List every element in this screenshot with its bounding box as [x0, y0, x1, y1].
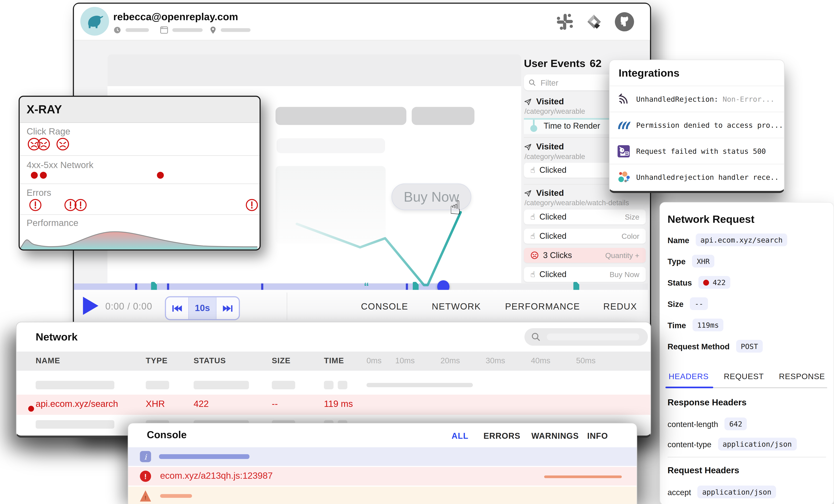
integrations-panel: Integrations UnhandledRejection: Non-Err…	[609, 60, 784, 193]
error-icon[interactable]	[29, 198, 42, 212]
tab-headers[interactable]: HEADERS	[668, 372, 708, 386]
user-events-header: User Events 62	[524, 58, 601, 70]
tab-response[interactable]: RESPONSE	[779, 372, 825, 386]
col-time[interactable]: TIME	[324, 356, 344, 365]
user-events-title: User Events	[524, 58, 585, 70]
event-visited-1[interactable]: Visited	[524, 97, 564, 106]
skip-interval-label[interactable]: 10s	[188, 297, 216, 319]
field-status: Status 422	[667, 272, 828, 293]
table-row-error[interactable]: api.ecom.xyz/search XHR 422 -- 119 ms	[16, 395, 651, 415]
integration-row-rollbar[interactable]: Permission denied to access pro...	[610, 112, 784, 138]
header-value: application/json	[697, 485, 776, 498]
session-meta-location	[210, 26, 250, 34]
header-key: content-type	[667, 439, 711, 448]
slack-icon[interactable]	[555, 12, 575, 31]
meta-placeholder-bar	[126, 28, 149, 32]
event-url: /category/wearable	[524, 108, 585, 115]
xray-divider	[20, 155, 260, 156]
col-size[interactable]: SIZE	[272, 356, 291, 365]
network-search-field[interactable]	[524, 328, 648, 346]
search-icon	[529, 79, 536, 86]
event-label: Clicked	[539, 212, 566, 222]
field-value: XHR	[692, 255, 715, 268]
angry-face-icon[interactable]	[56, 137, 70, 151]
error-icon[interactable]	[245, 198, 259, 212]
event-visited-2[interactable]: Visited	[524, 142, 564, 152]
timeline-page-marker[interactable]	[151, 282, 157, 291]
field-value: api.ecom.xyz/search	[696, 234, 787, 246]
event-target: Buy Now	[610, 270, 639, 279]
tab-network[interactable]: NETWORK	[432, 302, 481, 312]
request-detail-tabs: HEADERS REQUEST RESPONSE	[660, 372, 833, 386]
console-tab-all[interactable]: ALL	[452, 431, 468, 441]
integration-message: UnhandledRejection: Non-Error...	[636, 95, 774, 103]
visited-icon	[524, 189, 532, 197]
xray-network-label: 4xx-5xx Network	[27, 160, 93, 171]
event-rage-clicks-card[interactable]: 3 Clicks Quantity +	[524, 248, 646, 263]
event-target: Quantity +	[605, 251, 639, 260]
event-clicked-buynow-card[interactable]: ☝ Clicked Buy Now	[524, 267, 646, 282]
timeline-event-tick[interactable]	[135, 284, 137, 290]
field-value: POST	[736, 340, 763, 353]
integration-row-elastic[interactable]: Unhandledrejection handler rece..	[610, 164, 784, 190]
network-error-dot[interactable]	[40, 172, 47, 179]
waterfall-tick: 20ms	[440, 356, 460, 365]
timeline-event-tick[interactable]	[261, 284, 263, 290]
skeleton-bar	[412, 107, 475, 125]
network-request-panel: Network Request Name api.ecom.xyz/search…	[659, 202, 834, 504]
click-hand-icon: ☝	[530, 166, 535, 174]
error-icon[interactable]	[74, 198, 87, 212]
table-row-placeholder[interactable]	[16, 376, 651, 395]
skip-forward-button[interactable]	[217, 297, 239, 319]
meta-placeholder-bar	[172, 28, 203, 32]
integration-row-sentry[interactable]: UnhandledRejection: Non-Error...	[610, 86, 784, 112]
tab-console[interactable]: CONSOLE	[361, 302, 408, 312]
github-icon[interactable]	[614, 11, 635, 32]
angry-face-icon	[530, 251, 539, 260]
console-tab-errors[interactable]: ERRORS	[483, 431, 520, 441]
integration-message: Request failed with status 500	[636, 147, 766, 155]
event-visited-3[interactable]: Visited	[524, 188, 564, 198]
placeholder-cell	[36, 381, 114, 389]
skip-back-button[interactable]	[166, 297, 188, 319]
angry-face-icon[interactable]	[37, 137, 50, 151]
waterfall-tick: 10ms	[395, 356, 415, 365]
jira-icon[interactable]	[584, 12, 604, 32]
header-value: application/json	[718, 438, 796, 451]
error-icon: !	[140, 470, 151, 482]
console-panel: Console ALL ERRORS WARNINGS INFO i ! eco…	[128, 423, 637, 504]
header-key: accept	[667, 487, 691, 497]
timeline-event-tick[interactable]	[167, 284, 169, 290]
console-row-info[interactable]: i	[128, 447, 637, 466]
click-hand-icon: ☝	[530, 270, 535, 279]
console-row-warning[interactable]: !	[128, 487, 637, 504]
col-status[interactable]: STATUS	[194, 356, 226, 365]
location-pin-icon	[210, 26, 217, 34]
tab-performance[interactable]: PERFORMANCE	[505, 302, 580, 312]
timeline-page-marker[interactable]	[573, 282, 579, 291]
rhino-icon	[86, 13, 104, 29]
field-label: Type	[667, 257, 686, 266]
console-row-error[interactable]: ! ecom.xyz/a213qh.js:123987	[128, 467, 637, 486]
controls-divider	[287, 292, 287, 320]
console-tab-warnings[interactable]: WARNINGS	[531, 431, 579, 441]
tab-redux[interactable]: REDUX	[603, 302, 637, 312]
col-type[interactable]: TYPE	[146, 356, 168, 365]
field-name: Name api.ecom.xyz/search	[667, 229, 828, 250]
integration-message: Permission denied to access pro...	[636, 121, 783, 129]
console-tab-info[interactable]: INFO	[587, 431, 608, 441]
col-name[interactable]: NAME	[36, 356, 60, 365]
waterfall-tick: 0ms	[367, 356, 381, 365]
session-meta-duration	[113, 26, 149, 34]
event-clicked-size-card[interactable]: ☝ Clicked Size	[524, 210, 646, 224]
event-label: Visited	[536, 142, 564, 152]
network-error-dot[interactable]	[157, 172, 164, 179]
integration-row-datadog[interactable]: Request failed with status 500	[610, 138, 784, 164]
active-tab-underline	[665, 387, 713, 388]
network-error-dot[interactable]	[31, 172, 38, 179]
mouse-trail	[277, 210, 468, 289]
event-clicked-color-card[interactable]: ☝ Clicked Color	[524, 228, 646, 243]
play-button[interactable]	[83, 297, 98, 315]
tab-request[interactable]: REQUEST	[724, 372, 764, 386]
event-label: Visited	[536, 188, 564, 198]
